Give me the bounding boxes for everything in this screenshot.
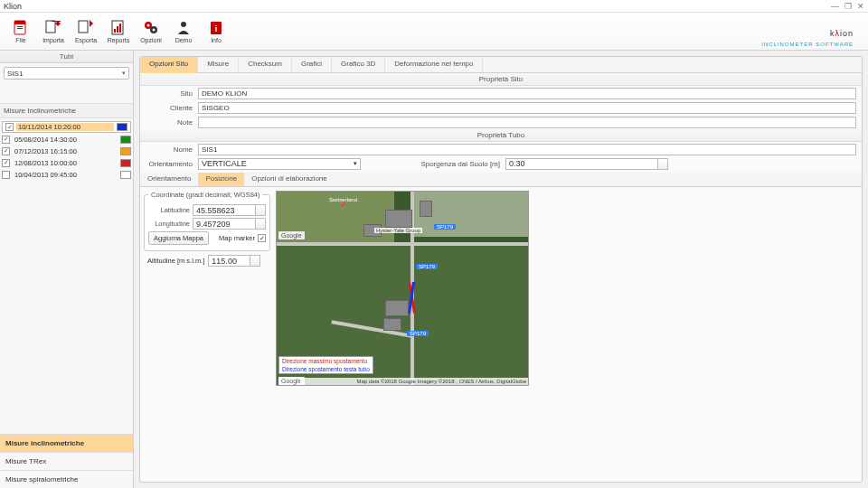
options-button[interactable]: Opzioni bbox=[136, 15, 166, 48]
nav-button[interactable]: Misure TRex bbox=[0, 452, 133, 470]
window-title: Klion bbox=[4, 2, 22, 11]
measures-header: Misure Inclinometriche bbox=[0, 103, 133, 118]
content-area: Opzioni SitoMisureChecksumGraficiGrafico… bbox=[134, 51, 868, 488]
main-tabs: Opzioni SitoMisureChecksumGraficiGrafico… bbox=[140, 57, 862, 73]
nav-button[interactable]: Misure spiralometriche bbox=[0, 470, 133, 488]
svg-text:i: i bbox=[215, 24, 218, 33]
tubo-section-header: Proprietà Tubo bbox=[140, 129, 862, 142]
lat-field[interactable]: 45.558623 bbox=[193, 204, 266, 216]
google-badge: Google bbox=[278, 231, 305, 239]
map-attribution: Map data ©2018 Google Imagery ©2018 , CN… bbox=[300, 378, 528, 385]
update-map-button[interactable]: Aggiorna Mappa bbox=[148, 231, 209, 245]
map-pin-icon: 📍 bbox=[338, 202, 347, 211]
tubi-header: Tubi bbox=[0, 51, 133, 63]
svg-point-14 bbox=[153, 28, 156, 31]
measure-checkbox[interactable] bbox=[2, 171, 10, 179]
tab[interactable]: Grafico 3D bbox=[332, 57, 385, 72]
map-legend: Direzione massimo spostamento Direzione … bbox=[278, 356, 373, 374]
site-section-header: Proprietà Sito bbox=[140, 73, 862, 86]
measure-date: 05/08/2014 14:30:00 bbox=[13, 136, 118, 144]
measure-checkbox[interactable]: ✓ bbox=[5, 123, 14, 131]
svg-rect-5 bbox=[52, 21, 61, 22]
map-place-label: Hyster-Yale Group bbox=[374, 228, 422, 233]
maximize-icon[interactable]: ❐ bbox=[844, 2, 852, 11]
measure-date: 10/11/2014 10:20:00 bbox=[16, 123, 114, 131]
tube-select[interactable]: SIS1 ▾ bbox=[4, 67, 129, 80]
measure-date: 07/12/2013 16:15:00 bbox=[13, 147, 118, 155]
svg-rect-9 bbox=[117, 26, 118, 33]
measure-row[interactable]: ✓05/08/2014 14:30:00 bbox=[2, 134, 131, 145]
measure-color-swatch bbox=[120, 171, 131, 179]
chevron-down-icon: ▾ bbox=[354, 160, 357, 167]
orientamento-select[interactable]: VERTICALE▾ bbox=[198, 158, 361, 170]
subtab[interactable]: Orientamento bbox=[140, 173, 198, 186]
file-button[interactable]: File bbox=[5, 15, 36, 48]
svg-rect-1 bbox=[14, 21, 25, 24]
tab[interactable]: Grafici bbox=[292, 57, 332, 72]
subtab[interactable]: Posizione bbox=[198, 173, 244, 186]
tab[interactable]: Checksum bbox=[239, 57, 292, 72]
sporgenza-field[interactable]: 0.30 bbox=[505, 158, 668, 170]
measure-row[interactable]: 10/04/2013 09:45:00 bbox=[2, 169, 131, 180]
logo: kλion INCLINOMETER SOFTWARE bbox=[761, 16, 854, 47]
main-toolbar: File Importa Esporta Reports Opzioni Dem… bbox=[0, 13, 868, 51]
subtab[interactable]: Opzioni di elaborazione bbox=[244, 173, 335, 186]
measure-checkbox[interactable]: ✓ bbox=[2, 147, 10, 155]
reports-button[interactable]: Reports bbox=[103, 15, 134, 48]
measure-color-swatch bbox=[120, 136, 131, 144]
title-bar: Klion — ❐ ✕ bbox=[0, 0, 868, 13]
lon-field[interactable]: 9.457209 bbox=[193, 218, 266, 230]
measure-date: 10/04/2013 09:45:00 bbox=[13, 171, 118, 179]
altitude-field[interactable]: 115.00 bbox=[208, 255, 260, 267]
tab[interactable]: Misure bbox=[198, 57, 239, 72]
export-button[interactable]: Esporta bbox=[71, 15, 101, 48]
chevron-down-icon: ▾ bbox=[122, 70, 126, 77]
measure-row[interactable]: ✓12/08/2013 10:00:00 bbox=[2, 157, 131, 168]
measure-checkbox[interactable]: ✓ bbox=[2, 136, 10, 144]
sub-tabs: OrientamentoPosizioneOpzioni di elaboraz… bbox=[140, 173, 862, 187]
measure-date: 12/08/2013 10:00:00 bbox=[13, 159, 118, 167]
sito-field[interactable] bbox=[198, 88, 856, 99]
import-button[interactable]: Importa bbox=[38, 15, 69, 48]
measure-row[interactable]: ✓07/12/2013 16:15:00 bbox=[2, 145, 131, 156]
svg-rect-2 bbox=[17, 26, 23, 27]
measures-list: ✓10/11/2014 10:20:00✓05/08/2014 14:30:00… bbox=[0, 118, 133, 183]
window-controls: — ❐ ✕ bbox=[831, 2, 864, 11]
sidebar: Tubi SIS1 ▾ Misure Inclinometriche ✓10/1… bbox=[0, 51, 134, 488]
minimize-icon[interactable]: — bbox=[831, 2, 839, 11]
svg-rect-8 bbox=[114, 29, 116, 33]
svg-point-15 bbox=[181, 22, 186, 27]
svg-rect-6 bbox=[79, 21, 88, 33]
map-view[interactable]: Switzerland 📍 Google Hyster-Yale Group S… bbox=[276, 191, 529, 386]
measure-checkbox[interactable]: ✓ bbox=[2, 159, 10, 167]
close-icon[interactable]: ✕ bbox=[857, 2, 864, 11]
nav-button[interactable]: Misure inclinometriche bbox=[0, 434, 133, 452]
tab[interactable]: Opzioni Sito bbox=[140, 57, 198, 73]
map-marker-checkbox[interactable]: ✓ bbox=[258, 234, 266, 242]
demo-button[interactable]: Demo bbox=[168, 15, 199, 48]
coord-group: Coordinate (gradi decimali, WGS84) Latit… bbox=[144, 191, 270, 251]
tab[interactable]: Deformazione nel tempo bbox=[385, 57, 483, 72]
note-field[interactable] bbox=[198, 117, 856, 128]
cliente-field[interactable] bbox=[198, 102, 856, 114]
nome-field[interactable] bbox=[198, 144, 856, 155]
svg-rect-10 bbox=[119, 23, 121, 33]
measure-color-swatch bbox=[117, 123, 127, 131]
svg-point-12 bbox=[147, 23, 150, 26]
info-button[interactable]: i Info bbox=[201, 15, 231, 48]
svg-rect-4 bbox=[46, 21, 55, 33]
svg-rect-3 bbox=[17, 28, 23, 29]
measure-color-swatch bbox=[120, 147, 131, 155]
measure-color-swatch bbox=[120, 159, 131, 167]
measure-row[interactable]: ✓10/11/2014 10:20:00 bbox=[2, 121, 131, 133]
